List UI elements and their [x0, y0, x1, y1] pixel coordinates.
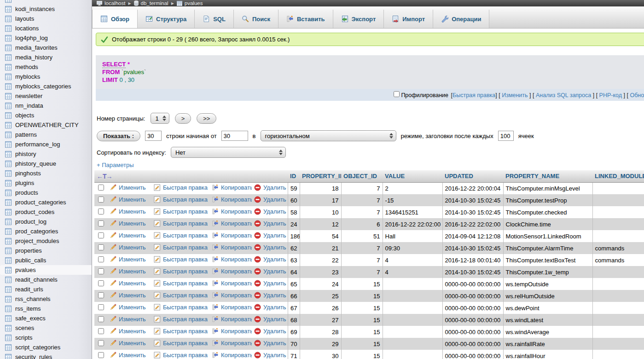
sidebar-table-item[interactable]: media_favorites	[0, 43, 92, 52]
inline-edit-link[interactable]: Быстрая правка	[154, 220, 208, 227]
sidebar-table-item[interactable]: scripts	[0, 333, 92, 342]
row-select-checkbox[interactable]	[98, 304, 104, 310]
edit-row-link[interactable]: Изменить	[110, 304, 146, 311]
row-select-checkbox[interactable]	[98, 316, 104, 322]
copy-row-link[interactable]: Копировать	[212, 268, 252, 275]
sidebar-table-item[interactable]: media_history	[0, 52, 92, 62]
edit-row-link[interactable]: Изменить	[110, 256, 146, 263]
sidebar-table-item[interactable]: properties	[0, 246, 92, 255]
orientation-toggle[interactable]: ←T→	[94, 170, 288, 182]
breadcrumb-database[interactable]: db_terminal	[134, 0, 168, 6]
edit-row-link[interactable]: Изменить	[110, 220, 146, 227]
tab-insert[interactable]: Вставить	[278, 10, 333, 28]
column-header-id[interactable]: ID	[288, 170, 300, 182]
inline-edit-link[interactable]: Быстрая правка	[154, 328, 208, 335]
sidebar-table-item[interactable]: log4php_log	[0, 33, 92, 43]
edit-row-link[interactable]: Изменить	[110, 292, 146, 299]
inline-edit-link[interactable]: Быстрая правка	[154, 244, 208, 251]
next-page-button[interactable]: >	[175, 113, 191, 124]
delete-row-link[interactable]: Удалить	[254, 280, 286, 287]
edit-row-link[interactable]: Изменить	[110, 232, 146, 239]
tab-export[interactable]: Экспорт	[333, 10, 384, 28]
breadcrumb-table[interactable]: pvalues	[177, 0, 203, 6]
sidebar-table-item[interactable]: plugins	[0, 178, 92, 188]
column-header-property-id[interactable]: PROPERTY_ID	[300, 170, 341, 182]
sql-tool-link[interactable]: Изменить	[502, 92, 528, 98]
copy-row-link[interactable]: Копировать	[212, 220, 252, 227]
sql-tool-link[interactable]: Быстрая правка	[453, 92, 495, 98]
copy-row-link[interactable]: Копировать	[212, 316, 252, 323]
sql-tool-link[interactable]: PHP-код	[599, 92, 622, 98]
inline-edit-link[interactable]: Быстрая правка	[154, 196, 208, 203]
page-number-select[interactable]: 1	[151, 113, 169, 124]
copy-row-link[interactable]: Копировать	[212, 292, 252, 299]
inline-edit-link[interactable]: Быстрая правка	[154, 340, 208, 347]
delete-row-link[interactable]: Удалить	[254, 316, 286, 323]
edit-row-link[interactable]: Изменить	[110, 244, 146, 251]
sidebar-table-item[interactable]: methods	[0, 62, 92, 72]
sidebar-table-item[interactable]: product_categories	[0, 197, 92, 207]
delete-row-link[interactable]: Удалить	[254, 268, 286, 275]
copy-row-link[interactable]: Копировать	[212, 304, 252, 311]
copy-row-link[interactable]: Копировать	[212, 232, 252, 239]
copy-row-link[interactable]: Копировать	[212, 208, 252, 215]
parameters-toggle-link[interactable]: + Параметры	[97, 162, 134, 168]
sql-tool-link[interactable]: Обновить	[630, 92, 644, 98]
row-select-checkbox[interactable]	[98, 256, 104, 262]
sidebar-table-item[interactable]: safe_execs	[0, 313, 92, 323]
tab-structure[interactable]: Структура	[138, 10, 195, 28]
sidebar-table-item[interactable]: locations	[0, 23, 92, 33]
sort-index-select[interactable]: Нет	[171, 147, 286, 158]
inline-edit-link[interactable]: Быстрая правка	[154, 292, 208, 299]
sql-tool-link[interactable]: Анализ SQL запроса	[536, 92, 591, 98]
edit-row-link[interactable]: Изменить	[110, 280, 146, 287]
delete-row-link[interactable]: Удалить	[254, 232, 286, 239]
sidebar-table-item[interactable]: readit_urls	[0, 284, 92, 294]
sidebar-table-item[interactable]: objects	[0, 110, 92, 120]
row-select-checkbox[interactable]	[98, 328, 104, 334]
sidebar-table-item[interactable]: rss_items	[0, 304, 92, 313]
delete-row-link[interactable]: Удалить	[254, 328, 286, 335]
edit-row-link[interactable]: Изменить	[110, 208, 146, 215]
sidebar-table-item[interactable]: patterns	[0, 130, 92, 139]
tab-search[interactable]: Поиск	[234, 10, 278, 28]
row-select-checkbox[interactable]	[98, 208, 104, 214]
sidebar-table-item[interactable]: rss_channels	[0, 294, 92, 304]
sidebar-table-item[interactable]: pinghosts	[0, 168, 92, 178]
row-select-checkbox[interactable]	[98, 232, 104, 238]
sidebar-table-item[interactable]: phistory	[0, 149, 92, 159]
inline-edit-link[interactable]: Быстрая правка	[154, 232, 208, 239]
edit-row-link[interactable]: Изменить	[110, 196, 146, 203]
sidebar-table-item[interactable]: phistory_queue	[0, 159, 92, 168]
sidebar-table-item[interactable]: layouts	[0, 14, 92, 23]
column-header-updated[interactable]: UPDATED	[442, 170, 503, 182]
tab-sql[interactable]: SQL	[195, 10, 234, 28]
profiling-checkbox[interactable]	[394, 91, 400, 97]
show-button[interactable]: Показать :	[97, 131, 140, 141]
delete-row-link[interactable]: Удалить	[254, 220, 286, 227]
row-select-checkbox[interactable]	[98, 352, 104, 358]
edit-row-link[interactable]: Изменить	[110, 340, 146, 347]
sidebar-table-item[interactable]: pvalues	[0, 265, 92, 275]
delete-row-link[interactable]: Удалить	[254, 208, 286, 215]
sidebar-table-item[interactable]: myblocks	[0, 72, 92, 81]
inline-edit-link[interactable]: Быстрая правка	[154, 304, 208, 311]
sidebar-table-item[interactable]: prod_categories	[0, 226, 92, 236]
inline-edit-link[interactable]: Быстрая правка	[154, 268, 208, 275]
row-select-checkbox[interactable]	[98, 280, 104, 286]
inline-edit-link[interactable]: Быстрая правка	[154, 208, 208, 215]
row-select-checkbox[interactable]	[98, 340, 104, 346]
column-header-object-id[interactable]: OBJECT_ID	[341, 170, 383, 182]
sidebar-table-item[interactable]: myblocks_categories	[0, 81, 92, 91]
copy-row-link[interactable]: Копировать	[212, 280, 252, 287]
inline-edit-link[interactable]: Быстрая правка	[154, 184, 208, 191]
sidebar-table-item[interactable]: nm_indata	[0, 101, 92, 110]
header-repeat-input[interactable]	[498, 131, 514, 141]
sidebar-table-item[interactable]: OPENWEATHER_CITY	[0, 120, 92, 130]
inline-edit-link[interactable]: Быстрая правка	[154, 280, 208, 287]
sidebar-table-item[interactable]: kodi_instances	[0, 4, 92, 14]
copy-row-link[interactable]: Копировать	[212, 352, 252, 359]
sidebar-table-item[interactable]: performance_log	[0, 139, 92, 149]
copy-row-link[interactable]: Копировать	[212, 340, 252, 347]
row-select-checkbox[interactable]	[98, 197, 104, 203]
